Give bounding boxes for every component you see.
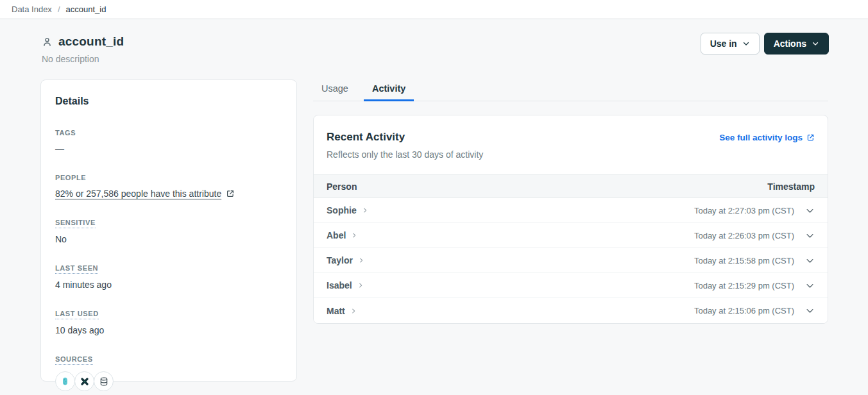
use-in-label: Use in [710,38,737,49]
last-seen-value: 4 minutes ago [55,280,282,290]
person-name: Abel [327,230,346,240]
mascot-icon [60,376,71,387]
people-link-text: 82% or 257,586 people have this attribut… [55,189,221,199]
person-name: Sophie [327,205,357,215]
row-timestamp: Today at 2:26:03 pm (CST) [694,231,794,240]
recent-activity-subtitle: Reflects only the last 30 days of activi… [327,149,815,160]
activity-row[interactable]: Sophie Today at 2:27:03 pm (CST) [314,198,828,223]
activity-row[interactable]: Abel Today at 2:26:03 pm (CST) [314,223,828,248]
person-attribute-icon [42,37,53,47]
expand-row-chevron-icon[interactable] [805,256,815,265]
recent-activity-header: Recent Activity Reflects only the last 3… [314,115,828,174]
tab-bar: Usage Activity [313,80,828,101]
page-title: account_id [58,35,124,49]
recent-activity-card: Recent Activity Reflects only the last 3… [313,115,828,324]
page-header: account_id No description Use in Actions [0,19,868,64]
activity-row[interactable]: Taylor Today at 2:15:58 pm (CST) [314,248,828,273]
chevron-right-icon [357,282,364,289]
external-link-icon [226,189,235,198]
activity-row[interactable]: Isabel Today at 2:15:29 pm (CST) [314,273,828,298]
person-link[interactable]: Matt [327,306,357,316]
external-link-icon [806,133,815,142]
tags-label: TAGS [55,129,76,137]
person-name: Matt [327,306,345,316]
use-in-button[interactable]: Use in [701,33,760,55]
chevron-right-icon [362,207,368,214]
row-timestamp: Today at 2:15:58 pm (CST) [694,256,794,265]
column-timestamp: Timestamp [767,181,815,192]
chevron-right-icon [350,308,357,314]
field-last-seen: LAST SEEN 4 minutes ago [55,262,282,290]
chevron-right-icon [358,257,364,264]
field-sources: SOURCES [55,353,282,391]
expand-row-chevron-icon[interactable] [805,231,815,240]
sources-label[interactable]: SOURCES [55,355,93,365]
person-link[interactable]: Sophie [327,205,368,215]
chevron-right-icon [351,232,357,239]
row-timestamp: Today at 2:27:03 pm (CST) [694,206,794,215]
expand-row-chevron-icon[interactable] [805,306,815,315]
expand-row-chevron-icon[interactable] [805,206,815,215]
source-badge[interactable] [55,371,75,391]
sensitive-value: No [55,234,282,244]
expand-row-chevron-icon[interactable] [805,281,815,290]
field-sensitive: SENSITIVE No [55,216,282,244]
field-people: PEOPLE 82% or 257,586 people have this a… [55,171,282,199]
chevron-down-icon [812,40,819,47]
source-badge[interactable] [74,371,94,391]
row-timestamp: Today at 2:15:29 pm (CST) [694,281,794,290]
person-link[interactable]: Abel [327,230,357,240]
last-used-label[interactable]: LAST USED [55,310,99,319]
column-person: Person [327,181,357,192]
database-icon [99,376,109,387]
x-logo-icon [80,376,90,387]
row-timestamp: Today at 2:15:06 pm (CST) [694,306,794,315]
tab-activity[interactable]: Activity [364,80,414,101]
details-card: Details TAGS — PEOPLE 82% or 257,586 peo… [40,80,297,382]
see-full-activity-logs-link[interactable]: See full activity logs [719,133,815,142]
person-link[interactable]: Taylor [327,255,364,265]
source-badge[interactable] [94,371,114,391]
activity-link-label: See full activity logs [719,133,803,142]
activity-row[interactable]: Matt Today at 2:15:06 pm (CST) [314,298,828,323]
chevron-down-icon [742,40,750,47]
tab-usage[interactable]: Usage [313,80,357,101]
sensitive-label[interactable]: SENSITIVE [55,219,96,228]
tags-value: — [55,144,282,154]
page-subtitle: No description [42,54,829,64]
activity-table-header: Person Timestamp [314,174,828,198]
top-bar: Data Index / account_id [0,0,868,19]
people-label: PEOPLE [55,174,86,181]
person-name: Taylor [327,255,353,265]
last-seen-label[interactable]: LAST SEEN [55,264,98,274]
field-last-used: LAST USED 10 days ago [55,307,282,335]
details-title: Details [55,96,282,107]
breadcrumb-separator: / [58,4,60,14]
breadcrumb-current: account_id [66,4,106,14]
breadcrumb-data-index[interactable]: Data Index [12,4,52,14]
last-used-value: 10 days ago [55,325,282,335]
people-attribute-link[interactable]: 82% or 257,586 people have this attribut… [55,189,282,199]
field-tags: TAGS — [55,126,282,154]
person-name: Isabel [327,280,352,290]
main-panel: Usage Activity Recent Activity Reflects … [313,80,828,324]
person-link[interactable]: Isabel [327,280,364,290]
actions-label: Actions [774,38,806,49]
actions-button[interactable]: Actions [764,33,829,55]
